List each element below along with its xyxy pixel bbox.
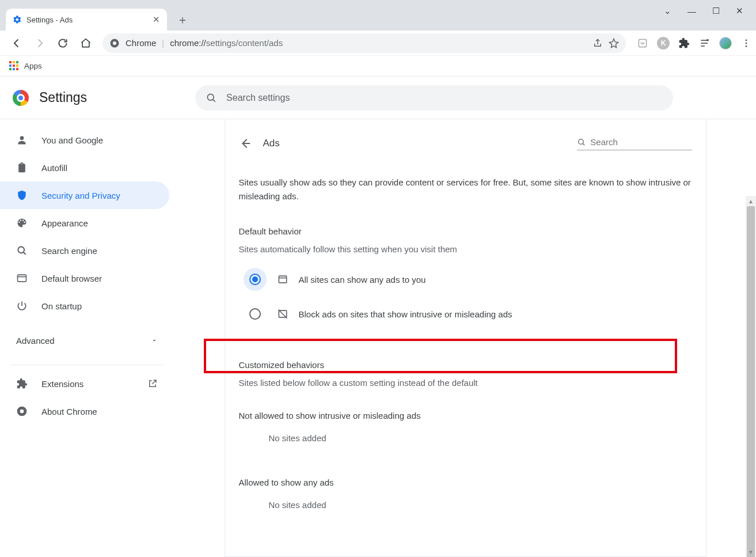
- pocket-icon[interactable]: [636, 37, 649, 50]
- svg-point-11: [20, 410, 24, 414]
- forward-button[interactable]: [30, 33, 50, 53]
- minimize-button[interactable]: —: [687, 6, 696, 16]
- bookmarks-bar: Apps: [0, 56, 756, 77]
- window-icon: [277, 274, 288, 285]
- omnibox-separator: |: [162, 38, 164, 48]
- scroll-thumb[interactable]: [747, 206, 755, 557]
- toolbar-icons: K: [636, 37, 753, 50]
- radio-block-intrusive-ads[interactable]: Block ads on sites that show intrusive o…: [239, 297, 692, 331]
- settings-header: Settings Search settings: [0, 77, 756, 119]
- settings-gear-icon: [13, 15, 22, 24]
- clipboard-icon: [16, 162, 28, 173]
- custom-behaviors-title: Customized behaviors: [239, 360, 692, 370]
- sidebar-item-autofill[interactable]: Autofill: [0, 154, 169, 181]
- sidebar-item-security-privacy[interactable]: Security and Privacy: [0, 181, 169, 209]
- svg-rect-9: [18, 275, 26, 282]
- svg-point-12: [578, 139, 583, 144]
- default-behavior-sub: Sites automatically follow this setting …: [239, 244, 692, 254]
- settings-title: Settings: [39, 90, 87, 105]
- browser-tab[interactable]: Settings - Ads ✕: [6, 9, 167, 31]
- svg-point-5: [746, 45, 747, 47]
- svg-point-7: [20, 136, 24, 140]
- person-icon: [16, 134, 28, 146]
- sidebar-divider: [10, 365, 164, 365]
- sidebar-item-default-browser[interactable]: Default browser: [0, 264, 169, 292]
- allowed-label: Allowed to show any ads: [239, 478, 692, 487]
- svg-point-3: [746, 39, 747, 41]
- extensions-puzzle-icon[interactable]: [678, 37, 690, 50]
- panel-search[interactable]: [577, 137, 692, 150]
- browser-icon: [16, 272, 28, 284]
- sidebar-advanced[interactable]: Advanced: [0, 327, 174, 354]
- scroll-up-arrow[interactable]: ▲: [746, 196, 756, 206]
- tab-search-button[interactable]: ⌄: [664, 6, 671, 16]
- panel-description: Sites usually show ads so they can provi…: [239, 176, 692, 203]
- page-scrollbar[interactable]: ▲ ▼: [746, 196, 756, 557]
- puzzle-icon: [16, 378, 28, 389]
- settings-sidebar: You and Google Autofill Security and Pri…: [0, 119, 174, 557]
- window-titlebar: Settings - Ads ✕ ＋ ⌄ — ☐ ✕: [0, 0, 756, 31]
- sidebar-extensions[interactable]: Extensions: [0, 370, 174, 397]
- search-settings-placeholder: Search settings: [226, 93, 290, 103]
- shield-icon: [16, 190, 28, 201]
- search-icon: [577, 137, 586, 147]
- sidebar-item-on-startup[interactable]: On startup: [0, 292, 169, 320]
- chrome-logo-icon: [13, 90, 29, 106]
- window-controls: ⌄ — ☐ ✕: [664, 0, 756, 22]
- browser-toolbar: Chrome | chrome://settings/content/ads K: [0, 31, 756, 56]
- power-icon: [16, 300, 28, 312]
- sidebar-item-search-engine[interactable]: Search engine: [0, 237, 169, 264]
- custom-behaviors-sub: Sites listed below follow a custom setti…: [239, 378, 692, 388]
- radio-selected-icon: [249, 274, 261, 285]
- share-icon[interactable]: [592, 38, 603, 48]
- svg-point-8: [18, 247, 24, 253]
- apps-grid-icon[interactable]: [9, 61, 20, 71]
- reading-list-icon[interactable]: [698, 37, 711, 50]
- panel-subheader: Ads: [239, 132, 692, 155]
- settings-main-panel: Ads Sites usually show ads so they can p…: [174, 119, 756, 557]
- back-button[interactable]: [7, 33, 26, 53]
- panel-search-input[interactable]: [590, 137, 692, 147]
- search-icon: [206, 92, 217, 104]
- address-bar[interactable]: Chrome | chrome://settings/content/ads: [102, 33, 626, 53]
- sidebar-about-chrome[interactable]: About Chrome: [0, 397, 174, 425]
- sidebar-item-you-and-google[interactable]: You and Google: [0, 126, 169, 154]
- blocked-window-icon: [277, 308, 288, 320]
- svg-point-4: [746, 42, 747, 44]
- home-button[interactable]: [76, 33, 96, 53]
- svg-point-1: [113, 41, 116, 45]
- search-settings-input[interactable]: Search settings: [195, 85, 673, 111]
- sidebar-item-appearance[interactable]: Appearance: [0, 209, 169, 237]
- radio-option1-label: All sites can show any ads to you: [299, 275, 426, 285]
- omnibox-url: chrome://settings/content/ads: [170, 38, 283, 48]
- palette-icon: [16, 217, 28, 229]
- apps-label[interactable]: Apps: [24, 62, 42, 70]
- chevron-down-icon: [151, 337, 158, 344]
- maximize-button[interactable]: ☐: [712, 6, 720, 16]
- omnibox-site-label: Chrome: [126, 38, 156, 48]
- allowed-empty: No sites added: [269, 500, 692, 510]
- radio-unselected-icon: [249, 308, 261, 320]
- close-tab-icon[interactable]: ✕: [153, 14, 160, 25]
- new-tab-button[interactable]: ＋: [174, 11, 191, 28]
- reload-button[interactable]: [53, 33, 73, 53]
- chrome-site-icon: [109, 38, 120, 48]
- close-window-button[interactable]: ✕: [736, 6, 743, 16]
- profile-avatar[interactable]: [719, 37, 732, 50]
- radio-option2-label: Block ads on sites that show intrusive o…: [299, 309, 512, 319]
- svg-rect-2: [639, 39, 646, 47]
- svg-point-6: [207, 94, 214, 100]
- tab-title: Settings - Ads: [26, 16, 73, 24]
- chrome-icon: [16, 406, 28, 417]
- panel-title: Ads: [263, 138, 280, 149]
- open-in-new-icon: [147, 378, 158, 389]
- scroll-down-arrow[interactable]: ▼: [746, 547, 756, 557]
- panel-back-button[interactable]: [239, 137, 252, 150]
- svg-rect-13: [279, 276, 286, 283]
- not-allowed-label: Not allowed to show intrusive or mislead…: [239, 411, 692, 420]
- radio-allow-all-ads[interactable]: All sites can show any ads to you: [239, 262, 692, 297]
- profile-k-icon[interactable]: K: [657, 37, 670, 50]
- bookmark-star-icon[interactable]: [609, 38, 619, 48]
- chrome-menu-button[interactable]: [740, 37, 753, 50]
- search-icon: [16, 245, 28, 256]
